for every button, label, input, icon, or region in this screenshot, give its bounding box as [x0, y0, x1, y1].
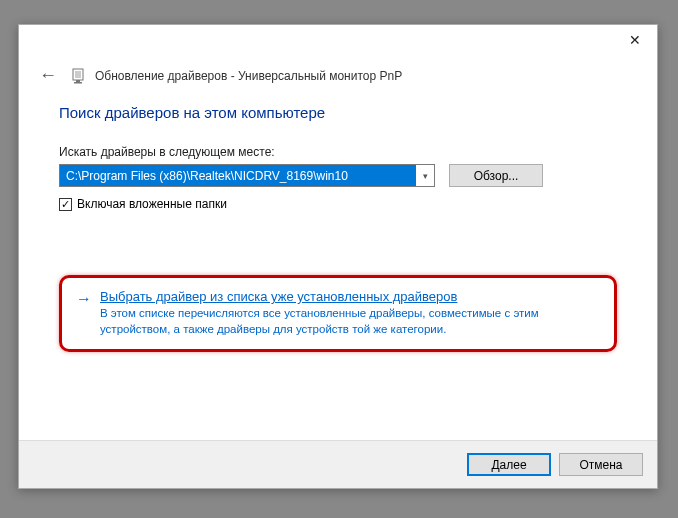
chevron-down-icon[interactable]: ▾	[416, 165, 434, 186]
next-button[interactable]: Далее	[467, 453, 551, 476]
arrow-right-icon: →	[76, 289, 92, 337]
pick-from-list-option-highlight: → Выбрать драйвер из списка уже установл…	[59, 275, 617, 352]
content-area: Поиск драйверов на этом компьютере Искат…	[19, 92, 657, 362]
include-subfolders-label: Включая вложенные папки	[77, 197, 227, 211]
svg-rect-2	[76, 80, 80, 82]
path-combobox[interactable]: C:\Program Files (x86)\Realtek\NICDRV_81…	[59, 164, 435, 187]
cancel-button[interactable]: Отмена	[559, 453, 643, 476]
close-button[interactable]: ✕	[612, 25, 657, 55]
path-row: C:\Program Files (x86)\Realtek\NICDRV_81…	[59, 164, 617, 187]
device-icon	[71, 68, 85, 84]
footer: Далее Отмена	[19, 440, 657, 488]
include-subfolders-row: ✓ Включая вложенные папки	[59, 197, 617, 211]
main-heading: Поиск драйверов на этом компьютере	[59, 104, 617, 121]
svg-rect-3	[74, 82, 82, 84]
include-subfolders-checkbox[interactable]: ✓	[59, 198, 72, 211]
option-desc: В этом списке перечисляются все установл…	[100, 306, 600, 337]
header-title: Обновление драйверов - Универсальный мон…	[95, 69, 402, 83]
path-label: Искать драйверы в следующем месте:	[59, 145, 617, 159]
titlebar: ✕	[19, 25, 657, 55]
back-button[interactable]: ←	[35, 63, 61, 88]
option-title: Выбрать драйвер из списка уже установлен…	[100, 289, 600, 304]
link-body: Выбрать драйвер из списка уже установлен…	[100, 289, 600, 337]
dialog-window: ✕ ← Обновление драйверов - Универсальный…	[18, 24, 658, 489]
path-value: C:\Program Files (x86)\Realtek\NICDRV_81…	[60, 165, 416, 186]
browse-button[interactable]: Обзор...	[449, 164, 543, 187]
header-row: ← Обновление драйверов - Универсальный м…	[19, 55, 657, 92]
svg-rect-1	[75, 71, 81, 78]
pick-from-list-link[interactable]: → Выбрать драйвер из списка уже установл…	[76, 289, 600, 337]
